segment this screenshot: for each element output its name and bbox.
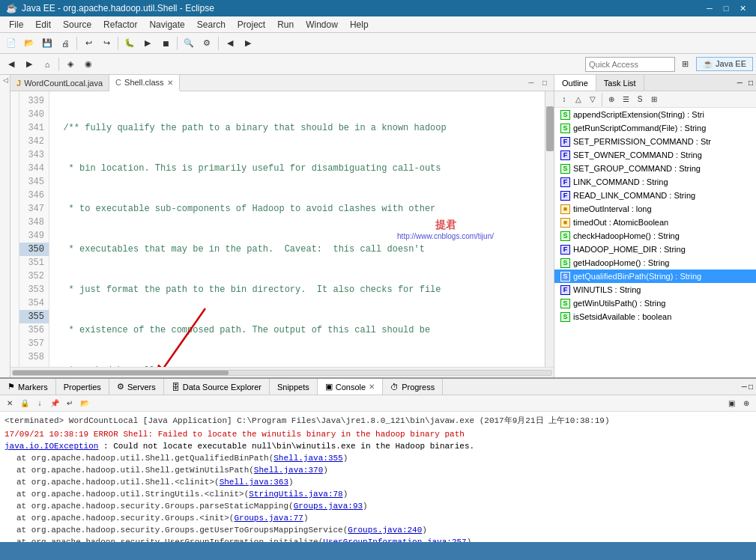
- menu-search[interactable]: Search: [191, 18, 232, 31]
- console-new-button[interactable]: ⊕: [740, 397, 753, 410]
- outline-item-8[interactable]: ■ timedOut : AtomicBoolean: [554, 216, 756, 229]
- menu-source[interactable]: Source: [57, 18, 97, 31]
- vertical-scrollbar[interactable]: [545, 91, 554, 367]
- perspective-toggle[interactable]: ⊞: [678, 57, 693, 72]
- outline-item-1[interactable]: S getRunScriptCommand(File) : String: [554, 121, 756, 135]
- scroll-track[interactable]: [12, 370, 552, 376]
- outline-sort-button[interactable]: ↕: [557, 93, 571, 106]
- outline-item-4[interactable]: S SET_GROUP_COMMAND : String: [554, 162, 756, 175]
- run-button[interactable]: ▶: [139, 35, 156, 52]
- outline-item-7[interactable]: ■ timeOutInterval : long: [554, 202, 756, 216]
- console-link-4[interactable]: Groups.java:93: [294, 502, 363, 511]
- minimize-bottom-button[interactable]: ─: [742, 383, 747, 391]
- console-view-button[interactable]: ▣: [725, 397, 738, 410]
- menu-edit[interactable]: Edit: [29, 18, 57, 31]
- home-button[interactable]: ⌂: [39, 56, 55, 73]
- outline-item-14[interactable]: S getWinUtilsPath() : String: [554, 296, 756, 310]
- tab-snippets[interactable]: Snippets: [270, 379, 318, 395]
- maximize-editor-button[interactable]: □: [539, 77, 551, 89]
- tab-properties[interactable]: Properties: [56, 379, 109, 395]
- tab-markers[interactable]: ⚑ Markers: [0, 379, 56, 395]
- outline-item-9[interactable]: S checkHadoopHome() : String: [554, 229, 756, 243]
- debug-button[interactable]: 🐛: [121, 35, 138, 52]
- console-scroll-lock-button[interactable]: 🔒: [18, 397, 31, 410]
- console-pin-button[interactable]: 📌: [48, 397, 61, 410]
- tb2-btn1[interactable]: ◈: [62, 56, 79, 73]
- outline-item-0[interactable]: S appendScriptExtension(String) : Stri: [554, 108, 756, 121]
- print-button[interactable]: 🖨: [57, 35, 73, 52]
- prev-button[interactable]: ◀: [222, 35, 238, 52]
- outline-down-button[interactable]: ▽: [586, 93, 599, 106]
- forward-button[interactable]: ▶: [21, 56, 37, 73]
- maximize-bottom-button[interactable]: □: [749, 383, 753, 391]
- scroll-thumb-h[interactable]: [13, 371, 229, 375]
- java-ee-perspective[interactable]: ☕ Java EE: [696, 57, 753, 71]
- console-close-icon[interactable]: ✕: [369, 383, 375, 391]
- tab-console[interactable]: ▣ Console ✕: [318, 379, 383, 395]
- scroll-thumb[interactable]: [546, 106, 554, 151]
- menu-run[interactable]: Run: [271, 18, 300, 31]
- menu-refactor[interactable]: Refactor: [97, 18, 143, 31]
- console-clear-button[interactable]: ✕: [3, 397, 16, 410]
- outline-item-3[interactable]: F SET_OWNER_COMMAND : String: [554, 148, 756, 162]
- console-open-button[interactable]: 📂: [78, 397, 91, 410]
- console-exception-link[interactable]: java.io.IOException: [4, 442, 98, 451]
- console-link-3[interactable]: StringUtils.java:78: [249, 490, 342, 499]
- new-button[interactable]: 📄: [3, 35, 19, 52]
- next-button[interactable]: ▶: [240, 35, 256, 52]
- tab-outline[interactable]: Outline: [554, 75, 596, 91]
- outline-item-12[interactable]: S getQualifiedBinPath(String) : String: [554, 270, 756, 283]
- tab-wordcount[interactable]: J WordCountLocal.java: [10, 75, 109, 91]
- search-button[interactable]: 🔍: [181, 35, 197, 52]
- outline-item-6[interactable]: F READ_LINK_COMMAND : String: [554, 189, 756, 202]
- save-button[interactable]: 💾: [39, 35, 55, 52]
- tab-servers[interactable]: ⚙ Servers: [109, 379, 164, 395]
- console-scroll-end-button[interactable]: ↓: [33, 397, 46, 410]
- minimize-outline-button[interactable]: ─: [734, 75, 746, 91]
- console-link-0[interactable]: Shell.java:355: [273, 454, 342, 463]
- outline-up-button[interactable]: △: [572, 93, 585, 106]
- code-content[interactable]: /** fully qualify the path to a binary t…: [49, 91, 545, 367]
- menu-file[interactable]: File: [3, 18, 29, 31]
- tab-datasource[interactable]: 🗄 Data Source Explorer: [164, 379, 270, 395]
- outline-items[interactable]: S appendScriptExtension(String) : Stri S…: [554, 108, 756, 377]
- settings-button[interactable]: ⚙: [199, 35, 215, 52]
- horizontal-scrollbar[interactable]: [10, 367, 554, 377]
- menu-project[interactable]: Project: [232, 18, 271, 31]
- maximize-button[interactable]: □: [719, 1, 734, 15]
- console-word-wrap-button[interactable]: ↵: [63, 397, 76, 410]
- outline-item-15[interactable]: S isSetsidAvailable : boolean: [554, 310, 756, 323]
- menu-window[interactable]: Window: [300, 18, 344, 31]
- outline-item-5[interactable]: F LINK_COMMAND : String: [554, 175, 756, 189]
- quick-access-input[interactable]: [585, 57, 675, 72]
- console-link-6[interactable]: Groups.java:240: [348, 526, 422, 535]
- outline-fields-button[interactable]: ☰: [619, 93, 632, 106]
- tab-progress[interactable]: ⏱ Progress: [383, 379, 443, 395]
- console-link-5[interactable]: Groups.java:77: [234, 514, 303, 523]
- tab-close-shell[interactable]: ✕: [167, 79, 173, 87]
- maximize-outline-button[interactable]: □: [746, 75, 756, 91]
- tab-tasklist[interactable]: Task List: [596, 75, 644, 91]
- outline-item-11[interactable]: S getHadoopHome() : String: [554, 256, 756, 270]
- outline-item-2[interactable]: F SET_PERMISSION_COMMAND : Str: [554, 135, 756, 148]
- console-link-2[interactable]: Shell.java:363: [220, 478, 288, 487]
- back-button[interactable]: ◀: [3, 56, 19, 73]
- minimize-editor-button[interactable]: ─: [525, 77, 537, 89]
- console-content[interactable]: <terminated> WordCountLocal [Java Applic…: [0, 412, 756, 542]
- outline-item-10[interactable]: F HADOOP_HOME_DIR : String: [554, 243, 756, 256]
- tb2-btn2[interactable]: ◉: [80, 56, 97, 73]
- close-button[interactable]: ✕: [735, 1, 750, 15]
- undo-button[interactable]: ↩: [80, 35, 97, 52]
- outline-static-button[interactable]: S: [633, 93, 647, 106]
- minimize-button[interactable]: ─: [702, 1, 717, 15]
- tab-shell[interactable]: C Shell.class ✕: [109, 75, 180, 91]
- console-link-1[interactable]: Shell.java:370: [254, 466, 323, 475]
- outline-filter-button[interactable]: ⊕: [605, 93, 618, 106]
- outline-item-13[interactable]: F WINUTILS : String: [554, 283, 756, 296]
- outline-nonpublic-button[interactable]: ⊞: [647, 93, 661, 106]
- open-button[interactable]: 📂: [21, 35, 37, 52]
- redo-button[interactable]: ↪: [98, 35, 115, 52]
- menu-navigate[interactable]: Navigate: [143, 18, 190, 31]
- menu-help[interactable]: Help: [344, 18, 375, 31]
- stop-button[interactable]: ⏹: [157, 35, 174, 52]
